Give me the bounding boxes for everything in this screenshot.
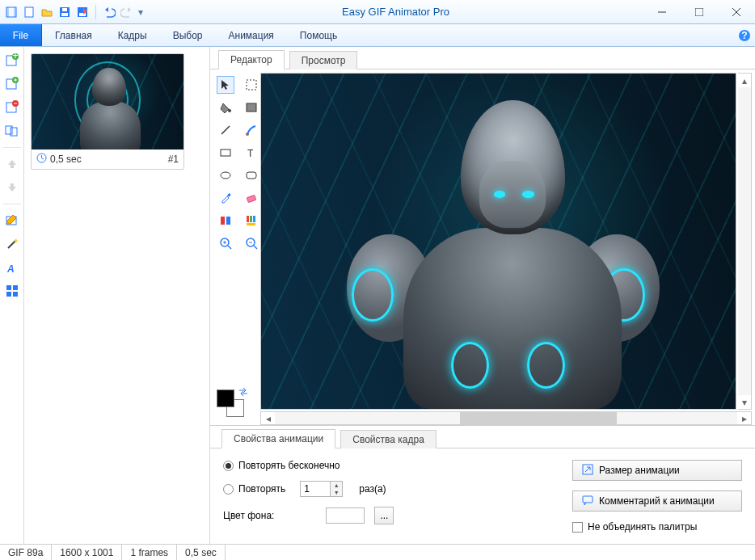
scroll-right-icon[interactable]: ▸ xyxy=(737,412,751,424)
repeat-count-input[interactable] xyxy=(300,481,331,497)
svg-rect-1 xyxy=(6,7,9,17)
grid-icon[interactable] xyxy=(3,282,21,300)
svg-rect-51 xyxy=(247,223,255,225)
tab-main[interactable]: Главная xyxy=(42,24,105,46)
rect-tool-icon[interactable] xyxy=(217,144,234,162)
eraser-tool-icon[interactable] xyxy=(243,189,260,207)
qat-undo-icon[interactable] xyxy=(103,6,116,19)
eyedrop-tool-icon[interactable] xyxy=(217,189,234,207)
rounded-tool-icon[interactable] xyxy=(243,166,260,184)
bgcolor-row: Цвет фона: ... xyxy=(223,507,449,524)
scroll-track[interactable] xyxy=(738,87,751,395)
radio-icon[interactable] xyxy=(223,484,234,495)
pointer-tool-icon[interactable] xyxy=(217,76,234,94)
tab-help[interactable]: Помощь xyxy=(287,24,350,46)
horizontal-scrollbar[interactable]: ◂ ▸ xyxy=(260,411,752,425)
file-tab[interactable]: File xyxy=(0,24,42,46)
rect-fill-tool-icon[interactable] xyxy=(243,99,260,116)
qat-saveas-icon[interactable] xyxy=(76,6,89,19)
tab-frame-props[interactable]: Свойства кадра xyxy=(340,430,437,448)
property-tabs: Свойства анимации Свойства кадра xyxy=(210,426,755,448)
line-tool-icon[interactable] xyxy=(217,121,234,139)
svg-text:+: + xyxy=(12,53,18,61)
text-tool-icon[interactable]: A xyxy=(3,259,21,276)
tab-selection[interactable]: Выбор xyxy=(160,24,216,46)
svg-rect-10 xyxy=(695,8,703,16)
scroll-track[interactable] xyxy=(275,412,737,424)
frame-add-icon[interactable]: + xyxy=(3,52,21,69)
editor-body: T xyxy=(210,69,755,426)
svg-rect-37 xyxy=(247,103,256,112)
ribbon-menu: File Главная Кадры Выбор Анимация Помощь… xyxy=(0,24,755,47)
svg-rect-6 xyxy=(62,8,67,11)
svg-rect-48 xyxy=(247,216,249,222)
marquee-tool-icon[interactable] xyxy=(243,76,260,94)
tab-frames[interactable]: Кадры xyxy=(105,24,160,46)
zoom-out-icon[interactable] xyxy=(243,234,260,252)
animation-size-label: Размер анимации xyxy=(599,465,680,476)
canvas[interactable] xyxy=(260,73,736,410)
separator xyxy=(95,5,96,19)
arrow-up-icon[interactable] xyxy=(3,155,21,173)
qat-new-icon[interactable] xyxy=(23,6,36,19)
tab-animation[interactable]: Анимация xyxy=(216,24,287,46)
main-area: Редактор Просмотр T xyxy=(210,47,755,544)
scroll-up-icon[interactable]: ▴ xyxy=(738,74,751,87)
foreground-color[interactable] xyxy=(217,389,234,407)
frame-card[interactable]: 0,5 sec #1 xyxy=(31,53,184,170)
maximize-button[interactable] xyxy=(681,0,718,24)
checkbox-icon[interactable] xyxy=(572,522,583,533)
repeat-count-stepper[interactable]: ▲▼ xyxy=(300,481,343,497)
text-tool-icon[interactable]: T xyxy=(243,144,260,162)
tab-anim-props[interactable]: Свойства анимации xyxy=(221,429,335,448)
frame-delete-icon[interactable] xyxy=(3,99,21,116)
color-swatches[interactable] xyxy=(210,385,260,425)
brush-tool-icon[interactable] xyxy=(243,121,260,139)
svg-rect-60 xyxy=(583,496,593,503)
fill-tool-icon[interactable] xyxy=(217,99,234,116)
qat-reel-icon[interactable] xyxy=(5,6,18,19)
edit-icon[interactable] xyxy=(3,212,21,229)
svg-rect-26 xyxy=(11,183,14,187)
title-bar: ▾ Easy GIF Animator Pro xyxy=(0,0,755,24)
repeat-forever-radio[interactable]: Повторять бесконечно xyxy=(223,460,449,471)
close-button[interactable] xyxy=(718,0,755,24)
frames-panel: 0,5 sec #1 xyxy=(24,47,210,544)
clock-icon xyxy=(36,153,47,166)
status-duration: 0,5 sec xyxy=(177,545,226,560)
scroll-down-icon[interactable]: ▾ xyxy=(738,395,751,409)
swap-colors-icon[interactable] xyxy=(238,386,249,400)
bgcolor-picker-button[interactable]: ... xyxy=(374,507,394,524)
repeat-count-radio[interactable]: Повторять ▲▼ раз(а) xyxy=(223,481,449,497)
svg-rect-32 xyxy=(6,292,11,297)
tab-editor[interactable]: Редактор xyxy=(218,50,285,69)
spin-up-icon[interactable]: ▲ xyxy=(331,482,342,489)
animation-comment-button[interactable]: Комментарий к анимации xyxy=(572,491,742,512)
arrow-down-icon[interactable] xyxy=(3,179,21,196)
tab-preview[interactable]: Просмотр xyxy=(289,51,358,69)
frame-props-icon[interactable] xyxy=(3,122,21,140)
help-icon[interactable]: ? xyxy=(734,24,755,46)
spin-down-icon[interactable]: ▼ xyxy=(331,489,342,496)
status-frames: 1 frames xyxy=(122,545,177,560)
wand-icon[interactable] xyxy=(3,235,21,253)
qat-dropdown-icon[interactable]: ▾ xyxy=(138,6,143,18)
minimize-button[interactable] xyxy=(643,0,681,24)
bgcolor-swatch[interactable] xyxy=(326,507,365,524)
frame-insert-icon[interactable] xyxy=(3,75,21,93)
vertical-scrollbar[interactable]: ▴ ▾ xyxy=(738,73,752,410)
no-merge-checkbox-row[interactable]: Не объединять палитры xyxy=(572,521,742,533)
flip-tool-icon[interactable] xyxy=(217,212,234,229)
scroll-thumb[interactable] xyxy=(460,412,617,424)
radio-icon[interactable] xyxy=(223,461,234,471)
animation-size-button[interactable]: Размер анимации xyxy=(572,460,742,481)
qat-open-icon[interactable] xyxy=(40,6,53,19)
ellipse-tool-icon[interactable] xyxy=(217,166,234,184)
scroll-left-icon[interactable]: ◂ xyxy=(261,412,275,424)
zoom-in-icon[interactable] xyxy=(217,234,234,252)
qat-redo-icon[interactable] xyxy=(120,6,133,19)
svg-text:T: T xyxy=(247,148,254,159)
palette-tool-icon[interactable] xyxy=(243,212,260,229)
qat-save-icon[interactable] xyxy=(58,6,71,19)
frame-duration: 0,5 sec xyxy=(50,154,82,165)
